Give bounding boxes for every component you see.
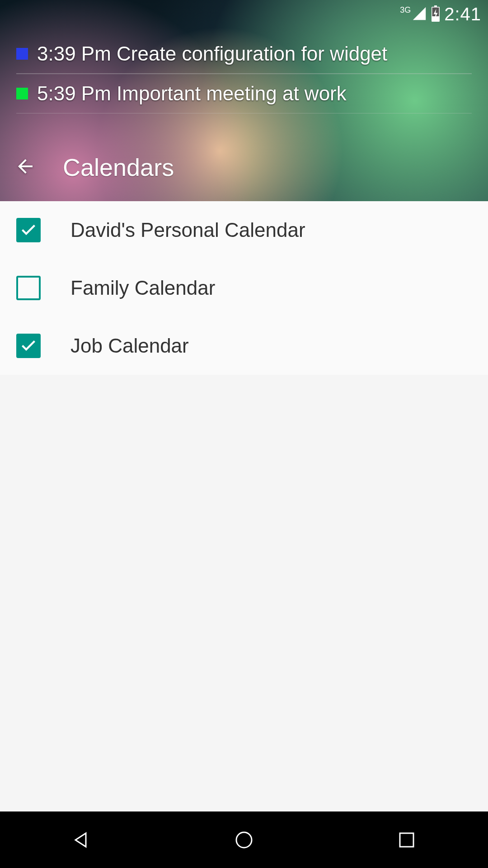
status-bar: 3G 2:41: [0, 0, 488, 28]
navigation-bar: [0, 811, 488, 868]
square-recent-icon: [396, 830, 417, 850]
calendar-list: David's Personal Calendar Family Calenda…: [0, 201, 488, 375]
page-title: Calendars: [63, 153, 174, 181]
checkbox-unchecked[interactable]: [16, 276, 41, 300]
event-color-chip: [16, 88, 28, 99]
calendar-label: David's Personal Calendar: [70, 219, 305, 241]
widget-event[interactable]: 3:39 Pm Create configuration for widget: [16, 40, 472, 74]
circle-home-icon: [233, 829, 255, 851]
checkbox-checked[interactable]: [16, 218, 41, 242]
calendar-widget: 3:39 Pm Create configuration for widget …: [16, 40, 472, 113]
event-color-chip: [16, 48, 28, 60]
nav-recent-button[interactable]: [366, 822, 447, 858]
arrow-left-icon: [14, 156, 36, 179]
calendar-row-personal[interactable]: David's Personal Calendar: [0, 201, 488, 259]
calendar-row-family[interactable]: Family Calendar: [0, 259, 488, 317]
checkbox-checked[interactable]: [16, 334, 41, 358]
check-icon: [19, 220, 38, 240]
app-bar: Calendars: [0, 134, 488, 201]
calendar-label: Job Calendar: [70, 335, 189, 357]
widget-event[interactable]: 5:39 Pm Important meeting at work: [16, 74, 472, 113]
status-clock: 2:41: [444, 4, 481, 24]
event-text: 5:39 Pm Important meeting at work: [37, 82, 347, 105]
nav-back-button[interactable]: [41, 822, 122, 858]
back-button[interactable]: [13, 155, 38, 180]
check-icon: [19, 336, 38, 356]
calendar-label: Family Calendar: [70, 277, 215, 299]
svg-rect-1: [400, 833, 413, 847]
nav-home-button[interactable]: [203, 822, 285, 858]
calendar-row-job[interactable]: Job Calendar: [0, 317, 488, 375]
svg-point-0: [236, 832, 252, 848]
event-text: 3:39 Pm Create configuration for widget: [37, 42, 387, 65]
battery-charging-icon: [431, 5, 441, 24]
signal-icon: [412, 6, 427, 23]
triangle-back-icon: [70, 829, 93, 851]
network-type: 3G: [400, 5, 411, 15]
